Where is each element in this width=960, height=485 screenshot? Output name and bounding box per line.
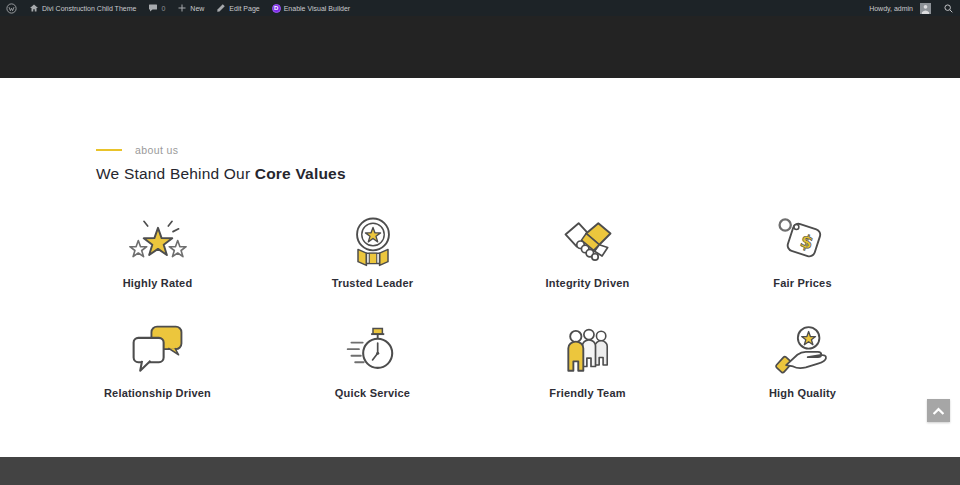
core-values-grid: Highly Rated	[50, 212, 910, 399]
value-card-integrity-driven: Integrity Driven	[480, 212, 695, 289]
eyebrow-line	[96, 149, 122, 151]
stars-icon	[128, 212, 188, 270]
new-content-menu[interactable]: New	[171, 0, 210, 16]
search-icon	[943, 3, 954, 14]
admin-bar-right: Howdy, admin	[863, 0, 960, 16]
value-card-fair-prices: $ Fair Prices	[695, 212, 910, 289]
wp-logo-menu[interactable]	[0, 0, 23, 16]
search-toggle[interactable]	[937, 0, 960, 16]
value-label: Friendly Team	[549, 387, 625, 399]
about-section: about us We Stand Behind Our Core Values	[0, 78, 960, 457]
howdy-label: Howdy, admin	[869, 5, 913, 12]
plus-icon	[177, 3, 187, 13]
site-name-label: Divi Construction Child Theme	[42, 5, 136, 12]
value-label: Trusted Leader	[332, 277, 414, 289]
medal-icon	[343, 212, 403, 270]
home-icon	[29, 3, 39, 13]
visual-builder-menu[interactable]: D Enable Visual Builder	[266, 0, 356, 16]
value-card-relationship-driven: Relationship Driven	[50, 322, 265, 399]
eyebrow-label: about us	[135, 144, 178, 156]
value-label: Integrity Driven	[546, 277, 630, 289]
stopwatch-icon	[343, 322, 403, 380]
site-name-menu[interactable]: Divi Construction Child Theme	[23, 0, 142, 16]
value-card-high-quality: High Quality	[695, 322, 910, 399]
hand-star-icon	[773, 322, 833, 380]
visual-builder-label: Enable Visual Builder	[284, 5, 350, 12]
value-label: Quick Service	[335, 387, 410, 399]
comment-icon	[148, 3, 158, 13]
comments-count: 0	[161, 5, 165, 12]
new-label: New	[190, 5, 204, 12]
wp-admin-bar: Divi Construction Child Theme 0 New Edit…	[0, 0, 960, 16]
value-label: Highly Rated	[123, 277, 193, 289]
value-label: Relationship Driven	[104, 387, 211, 399]
avatar	[920, 3, 931, 14]
hero-section	[0, 16, 960, 78]
pencil-icon	[216, 3, 226, 13]
heading-bold: Core Values	[255, 165, 346, 182]
value-card-highly-rated: Highly Rated	[50, 212, 265, 289]
edit-page-label: Edit Page	[229, 5, 259, 12]
admin-bar-left: Divi Construction Child Theme 0 New Edit…	[0, 0, 356, 16]
footer	[0, 457, 960, 485]
my-account-menu[interactable]: Howdy, admin	[863, 0, 937, 16]
section-heading: We Stand Behind Our Core Values	[96, 165, 346, 183]
chevron-up-icon	[933, 403, 944, 418]
handshake-icon	[558, 212, 618, 270]
wordpress-icon	[6, 3, 17, 14]
value-card-quick-service: Quick Service	[265, 322, 480, 399]
heading-regular: We Stand Behind Our	[96, 165, 255, 182]
speech-bubbles-icon	[128, 322, 188, 380]
scroll-to-top-button[interactable]	[927, 399, 950, 422]
page: Divi Construction Child Theme 0 New Edit…	[0, 0, 960, 485]
edit-page-menu[interactable]: Edit Page	[210, 0, 265, 16]
value-label: Fair Prices	[773, 277, 831, 289]
eyebrow: about us	[96, 144, 178, 156]
comments-menu[interactable]: 0	[142, 0, 171, 16]
team-icon	[558, 322, 618, 380]
value-card-trusted-leader: Trusted Leader	[265, 212, 480, 289]
divi-icon: D	[272, 4, 281, 13]
price-tag-icon: $	[773, 212, 833, 270]
value-label: High Quality	[769, 387, 836, 399]
value-card-friendly-team: Friendly Team	[480, 322, 695, 399]
